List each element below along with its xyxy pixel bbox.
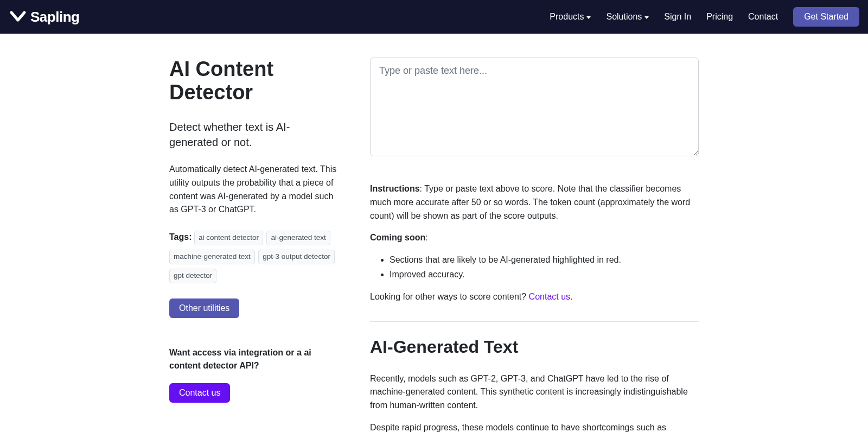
tag[interactable]: gpt-3 output detector: [258, 250, 335, 264]
tags-label: Tags:: [169, 232, 192, 242]
brand[interactable]: Sapling: [9, 8, 79, 26]
left-column: AI Content Detector Detect whether text …: [169, 58, 337, 403]
contact-us-link[interactable]: Contact us: [529, 292, 570, 301]
tags-row: Tags: ai content detector ai-generated t…: [169, 228, 337, 285]
list-item: Improved accuracy.: [390, 268, 699, 282]
nav-signin[interactable]: Sign In: [664, 12, 691, 22]
nav-contact[interactable]: Contact: [748, 12, 778, 22]
main-container: AI Content Detector Detect whether text …: [163, 34, 705, 432]
sapling-logo-icon: [9, 8, 27, 26]
navbar: Sapling Products Solutions Sign In Prici…: [0, 0, 868, 34]
page-title: AI Content Detector: [169, 58, 337, 104]
nav-solutions-label: Solutions: [606, 12, 642, 22]
get-started-button[interactable]: Get Started: [793, 7, 859, 27]
nav-products-label: Products: [550, 12, 584, 22]
looking-text: Looking for other ways to score content?: [370, 292, 529, 301]
contact-us-button[interactable]: Contact us: [169, 383, 230, 403]
instructions-label: Instructions: [370, 184, 420, 193]
coming-soon-label: Coming soon: [370, 233, 425, 242]
caret-down-icon: [586, 16, 591, 19]
divider: [370, 321, 699, 322]
right-column: Instructions: Type or paste text above t…: [370, 58, 699, 432]
instructions-block: Instructions: Type or paste text above t…: [370, 182, 699, 304]
nav-products[interactable]: Products: [550, 12, 591, 22]
nav-right: Products Solutions Sign In Pricing Conta…: [550, 7, 859, 27]
text-input[interactable]: [370, 58, 699, 156]
caret-down-icon: [644, 16, 649, 19]
tag[interactable]: machine-generated text: [169, 250, 255, 264]
body-paragraph-2: Despite rapid progress, these models con…: [370, 421, 699, 432]
list-item: Sections that are likely to be AI-genera…: [390, 253, 699, 267]
tag[interactable]: gpt detector: [169, 269, 216, 283]
body-paragraph-1: Recently, models such as GPT-2, GPT-3, a…: [370, 372, 699, 412]
api-access-text: Want access via integration or a ai cont…: [169, 346, 337, 372]
other-utilities-button[interactable]: Other utilities: [169, 298, 239, 318]
tag[interactable]: ai-generated text: [266, 231, 330, 245]
tag[interactable]: ai content detector: [194, 231, 263, 245]
page-description: Automatically detect AI-generated text. …: [169, 163, 337, 217]
coming-soon-list: Sections that are likely to be AI-genera…: [370, 253, 699, 282]
nav-pricing[interactable]: Pricing: [706, 12, 733, 22]
page-subtitle: Detect whether text is AI-generated or n…: [169, 119, 337, 150]
nav-solutions[interactable]: Solutions: [606, 12, 649, 22]
brand-name: Sapling: [30, 9, 79, 26]
section-heading: AI-Generated Text: [370, 337, 699, 357]
